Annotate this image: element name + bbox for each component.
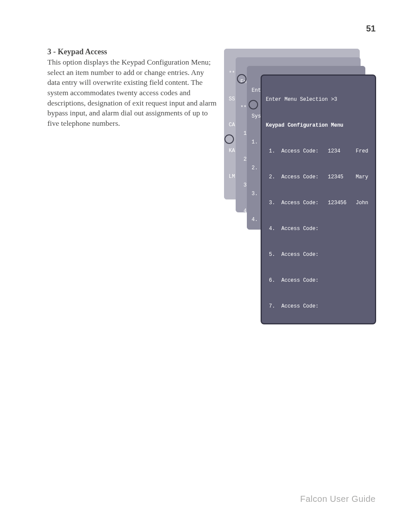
left-column: 3 - Keypad Access This option displays t… xyxy=(47,47,218,128)
config-row: 8. Access Code: xyxy=(266,328,371,336)
config-row: 3. Access Code: 123456 John xyxy=(266,199,371,207)
config-row: 12. Access Code: xyxy=(266,431,371,440)
config-row: 9. Access Code: xyxy=(266,354,371,362)
config-row: 1. Access Code: 1234 Fred xyxy=(266,147,371,156)
panel4-subtitle: Keypad Configuration Menu xyxy=(266,121,371,130)
config-row: 14. Access Code: xyxy=(266,483,371,492)
config-row: 4. Access Code: xyxy=(266,224,371,233)
section-heading: 3 - Keypad Access xyxy=(47,47,218,56)
page-number: 51 xyxy=(366,24,376,34)
config-row: 7. Access Code: xyxy=(266,302,371,311)
terminal-panel-4: Enter Menu Selection >3 Keypad Configura… xyxy=(261,75,376,324)
config-row: 13. Access Code: xyxy=(266,457,371,466)
panel4-title: Enter Menu Selection >3 xyxy=(266,95,371,104)
section-body: This option displays the Keypad Configur… xyxy=(47,57,218,128)
config-row: 10. Access Code: xyxy=(266,380,371,388)
config-row: 6. Access Code: xyxy=(266,276,371,285)
config-row: 11. Access Code: xyxy=(266,405,371,414)
config-row: 2. Access Code: 12345 Mary xyxy=(266,173,371,181)
config-row: 15. Access Code: xyxy=(266,509,371,517)
config-row: 5. Access Code: xyxy=(266,250,371,259)
footer-guide-title: Falcon User Guide xyxy=(300,494,376,504)
